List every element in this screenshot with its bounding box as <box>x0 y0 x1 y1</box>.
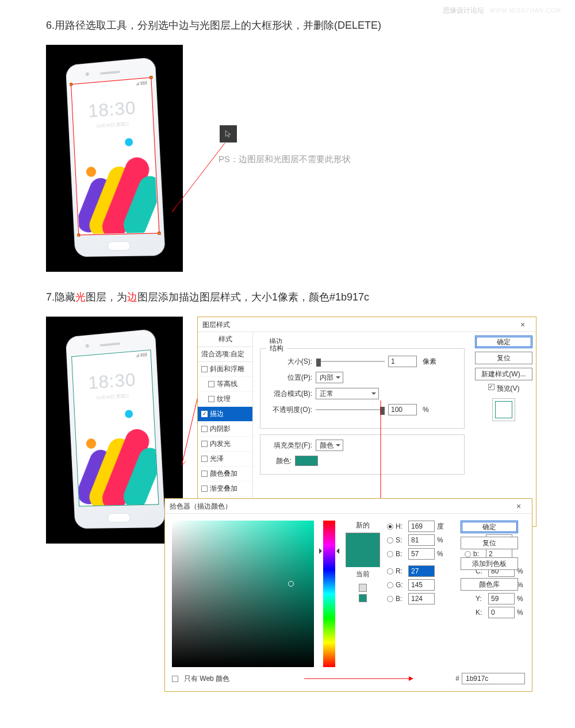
y-input[interactable]: 59 <box>488 593 515 604</box>
b2-input[interactable]: 124 <box>408 593 435 604</box>
path-selection-tool-icon[interactable] <box>220 125 237 142</box>
s-unit: % <box>437 536 445 544</box>
checkbox-icon[interactable] <box>201 366 208 372</box>
picker-title: 拾色器（描边颜色） <box>170 499 232 513</box>
position-select[interactable]: 内部 <box>316 372 343 383</box>
styles-header[interactable]: 样式 <box>198 332 252 347</box>
stroke-preview-frame <box>71 349 159 506</box>
b-label: B: <box>396 550 406 558</box>
phone-home-button <box>108 513 131 522</box>
handle-br[interactable] <box>158 232 160 234</box>
checkbox-icon[interactable] <box>201 471 208 477</box>
hsb-rgb-values: H:169度 S:81% B:57% R:27 G:145 B:124 <box>387 521 445 667</box>
dialog-titlebar[interactable]: 图层样式 × <box>198 317 536 332</box>
phone-mockup: ◢ ▮▮▮ 18:30 10月29日 星期三 <box>66 57 166 257</box>
picker-reset-button[interactable]: 复位 <box>461 537 518 549</box>
preview-swatch <box>492 398 515 421</box>
style-texture[interactable]: 纹理 <box>198 392 252 407</box>
blend-options-header[interactable]: 混合选项:自定 <box>198 347 252 362</box>
radio-h[interactable] <box>387 523 393 530</box>
radio-b2[interactable] <box>387 596 393 602</box>
checkbox-icon[interactable] <box>208 396 214 402</box>
reset-button[interactable]: 复位 <box>475 352 532 364</box>
sv-field[interactable] <box>172 521 314 667</box>
b-unit: % <box>437 550 445 558</box>
style-inner-shadow[interactable]: 内阴影 <box>198 422 252 437</box>
radio-g[interactable] <box>387 582 393 588</box>
style-color-overlay[interactable]: 颜色叠加 <box>198 467 252 482</box>
radio-r[interactable] <box>387 568 393 575</box>
hue-thumb-left-icon[interactable] <box>319 548 325 554</box>
style-stroke[interactable]: 描边 <box>198 407 252 422</box>
style-label: 纹理 <box>217 394 231 404</box>
hue-slider[interactable] <box>323 521 335 667</box>
hex-hash: # <box>455 675 459 683</box>
style-gradient-overlay[interactable]: 渐变叠加 <box>198 482 252 496</box>
style-satin[interactable]: 光泽 <box>198 452 252 467</box>
sv-cursor-icon[interactable] <box>288 581 294 587</box>
position-label: 位置(P): <box>269 373 312 383</box>
size-input[interactable]: 1 <box>388 356 417 367</box>
style-inner-glow[interactable]: 内发光 <box>198 437 252 452</box>
handle-tr[interactable] <box>150 76 152 79</box>
k-unit: % <box>517 608 525 617</box>
preview-checkbox[interactable]: 预览(V) <box>475 384 532 394</box>
hue-thumb-right-icon[interactable] <box>334 548 339 554</box>
blendmode-select[interactable]: 正常 <box>316 388 379 399</box>
websafe-swatch[interactable] <box>359 594 367 602</box>
color-preview: 新的 当前 <box>346 521 380 667</box>
ok-button[interactable]: 确定 <box>475 336 532 348</box>
style-label: 渐变叠加 <box>210 484 237 494</box>
h-input[interactable]: 169 <box>408 521 435 532</box>
k-input[interactable]: 0 <box>488 607 515 618</box>
watermark-url: WWW.MISSYUAN.COM <box>489 7 561 14</box>
annotation-arrow-icon <box>172 143 225 212</box>
r-input[interactable]: 27 <box>408 565 435 577</box>
section-6: ◢ ▮▮▮ 18:30 10月29日 星期三 PS： <box>46 45 529 272</box>
g-input[interactable]: 145 <box>408 579 435 591</box>
hex-input[interactable]: 1b917c <box>462 673 525 684</box>
stroke-color-swatch[interactable] <box>295 456 318 466</box>
style-label: 颜色叠加 <box>210 469 237 479</box>
checkbox-icon[interactable] <box>488 384 494 390</box>
picker-titlebar[interactable]: 拾色器（描边颜色） × <box>165 499 532 514</box>
checkbox-icon[interactable] <box>201 426 208 432</box>
picker-ok-button[interactable]: 确定 <box>461 521 518 533</box>
opacity-slider[interactable] <box>316 406 385 414</box>
hex-row: # 1b917c <box>455 673 525 684</box>
checkbox-icon[interactable] <box>201 456 208 462</box>
checkbox-icon[interactable] <box>201 411 208 417</box>
structure-fieldset: 结构 大小(S): 1 像素 位置(P): 内部 混合模式(B): 正常 <box>260 348 465 429</box>
handle-tl[interactable] <box>70 83 72 86</box>
step7-caption: 7.隐藏光图层，为边图层添加描边图层样式，大小1像素，颜色#1b917c <box>0 272 575 317</box>
s-input[interactable]: 81 <box>408 534 435 546</box>
gamut-warning-icon[interactable] <box>359 584 367 592</box>
stroke-settings: 描边 结构 大小(S): 1 像素 位置(P): 内部 混合模式 <box>253 332 471 526</box>
radio-b[interactable] <box>387 551 393 557</box>
checkbox-icon[interactable] <box>201 441 208 447</box>
style-label: 等高线 <box>217 379 237 389</box>
color-compare-swatch[interactable] <box>346 533 380 567</box>
opacity-unit: % <box>423 406 429 414</box>
opacity-input[interactable]: 100 <box>388 404 417 415</box>
checkbox-icon[interactable] <box>201 486 208 492</box>
filltype-select[interactable]: 颜色 <box>316 440 343 451</box>
handle-bl[interactable] <box>77 233 80 236</box>
b-input[interactable]: 57 <box>408 548 435 560</box>
k-label: K: <box>476 608 486 617</box>
radio-s[interactable] <box>387 537 393 544</box>
selection-box[interactable] <box>71 77 159 235</box>
picker-color-lib-button[interactable]: 颜色库 <box>461 578 518 591</box>
checkbox-icon[interactable] <box>208 381 214 387</box>
webonly-checkbox[interactable] <box>172 676 178 682</box>
close-icon[interactable]: × <box>514 317 531 332</box>
dialog-buttons: 确定 复位 新建样式(W)... 预览(V) <box>471 332 536 526</box>
close-icon[interactable]: × <box>510 499 527 513</box>
style-label: 内发光 <box>210 439 231 449</box>
annotation-arrow-icon <box>304 676 413 681</box>
size-slider[interactable] <box>316 357 385 365</box>
picker-add-swatch-button[interactable]: 添加到色板 <box>461 557 518 570</box>
style-bevel-emboss[interactable]: 斜面和浮雕 <box>198 362 252 377</box>
style-contour[interactable]: 等高线 <box>198 377 252 392</box>
new-style-button[interactable]: 新建样式(W)... <box>475 368 532 380</box>
